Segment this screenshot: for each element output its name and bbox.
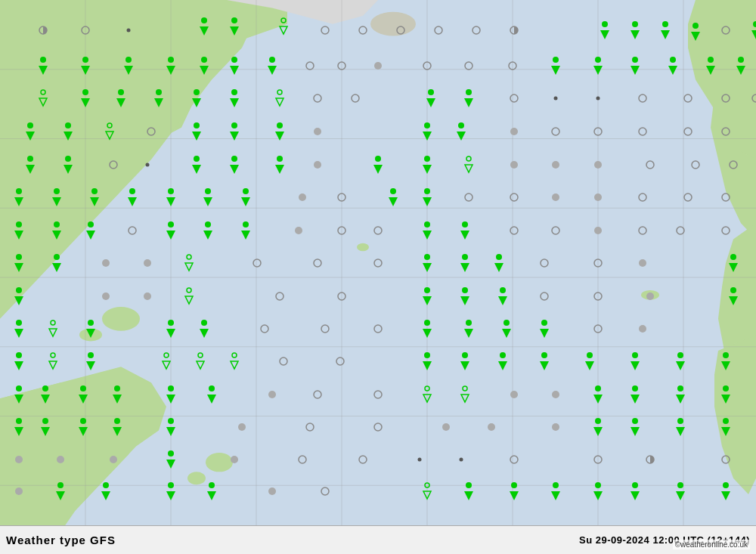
map-title: Weather type GFS (6, 534, 579, 546)
svg-point-38 (0, 0, 4, 4)
bottom-bar: Weather type GFS Su 29-09-2024 12:00 UTC… (0, 525, 756, 554)
svg-marker-35 (0, 0, 5, 9)
svg-point-39 (0, 0, 4, 4)
map-container: Weather type GFS Su 29-09-2024 12:00 UTC… (0, 0, 756, 554)
svg-point-41 (0, 0, 2, 2)
watermark: ©weatheronline.co.uk (673, 540, 750, 549)
svg-point-40 (0, 0, 4, 4)
weather-symbols-layer (0, 0, 756, 525)
svg-marker-37 (0, 0, 4, 8)
